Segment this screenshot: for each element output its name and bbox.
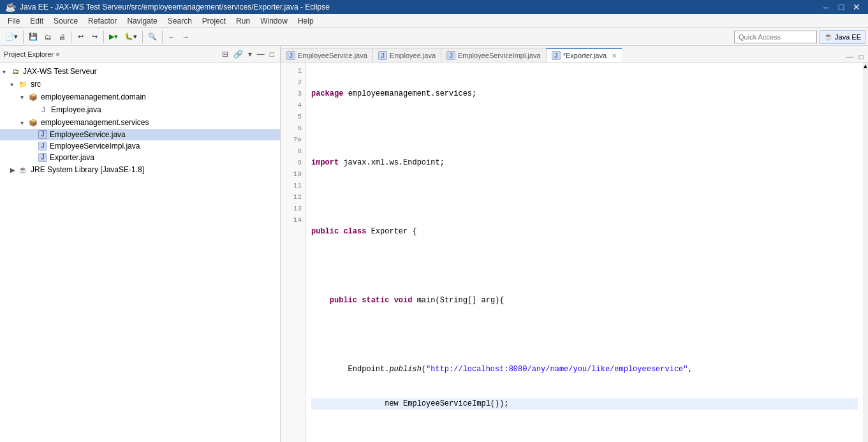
- pe-min-button[interactable]: —: [255, 49, 267, 59]
- title-bar-controls: – □ ✕: [820, 1, 863, 13]
- save-all-button[interactable]: 🗂: [41, 30, 54, 44]
- tree-item-employeeserviceimpl[interactable]: ▶ J EmployeeServiceImpl.java: [0, 140, 280, 152]
- code-line-10: new EmployeeServiceImpl());: [311, 398, 858, 409]
- code-content[interactable]: package employeemanagement.services; imp…: [306, 63, 863, 442]
- collapse-all-button[interactable]: ⊟: [220, 49, 230, 59]
- debug-button[interactable]: 🐛▾: [122, 30, 140, 44]
- code-line-6: [311, 260, 858, 272]
- employeeserviceimpl-icon: J: [38, 142, 47, 151]
- tree-item-pkg-domain[interactable]: ▾ 📦 employeemanagement.domain: [0, 91, 280, 103]
- main-area: Project Explorer × ⊟ 🔗 ▾ — □ ▾ 🗂 JAX-WS …: [0, 46, 868, 442]
- employeeservice-icon: J: [38, 130, 47, 139]
- tree-item-pkg-services[interactable]: ▾ 📦 employeemanagement.services: [0, 116, 280, 129]
- tree-item-jre[interactable]: ▶ ☕ JRE System Library [JavaSE-1.8]: [0, 163, 280, 176]
- project-icon: 🗂: [10, 66, 20, 77]
- tab-label-employee: Employee.java: [390, 52, 436, 59]
- forward-button[interactable]: →: [179, 30, 192, 44]
- menu-navigate[interactable]: Navigate: [122, 15, 162, 27]
- line-num-9: 9: [281, 157, 305, 168]
- tree-item-employeeservice-java[interactable]: ▶ J EmployeeService.java: [0, 129, 280, 140]
- minimize-button[interactable]: –: [820, 1, 832, 13]
- search-button[interactable]: 🔍: [145, 30, 159, 44]
- menu-run[interactable]: Run: [231, 15, 255, 27]
- line-num-12: 12: [281, 191, 305, 203]
- code-line-2: [311, 122, 858, 134]
- toolbar-sep-1: [23, 31, 24, 43]
- print-button[interactable]: 🖨: [55, 30, 68, 44]
- line-num-7: 7⊖: [281, 134, 305, 145]
- tree-arrow-src: ▾: [10, 81, 18, 88]
- line-num-3: 3: [281, 88, 305, 99]
- link-editor-button[interactable]: 🔗: [232, 49, 245, 59]
- save-button[interactable]: 💾: [26, 30, 40, 44]
- pkg-domain-icon: 📦: [28, 92, 38, 102]
- quick-access-box: ☕ Java EE: [734, 30, 865, 44]
- employee-java-label: Employee.java: [51, 105, 101, 114]
- project-explorer: Project Explorer × ⊟ 🔗 ▾ — □ ▾ 🗂 JAX-WS …: [0, 46, 281, 442]
- quick-access-input[interactable]: [734, 31, 817, 43]
- menu-file[interactable]: File: [3, 15, 25, 27]
- tree-item-project[interactable]: ▾ 🗂 JAX-WS Test Serveur: [0, 65, 280, 78]
- tree-arrow-services: ▾: [20, 119, 28, 126]
- tree-item-src[interactable]: ▾ 📁 src: [0, 78, 280, 91]
- tab-employeeserviceimpl[interactable]: J EmployeeServiceImpl.java: [441, 48, 546, 62]
- maximize-button[interactable]: □: [835, 1, 848, 13]
- pe-max-button[interactable]: □: [268, 49, 276, 59]
- toolbar-sep-5: [162, 31, 163, 43]
- tree-arrow-domain: ▾: [20, 94, 28, 101]
- tab-exporter[interactable]: J *Exporter.java ✕: [546, 48, 622, 62]
- redo-button[interactable]: ↪: [88, 30, 101, 44]
- run-button[interactable]: ▶▾: [107, 30, 121, 44]
- editor-scrollbar[interactable]: ▲ ▼: [863, 63, 868, 442]
- line-num-8: 8: [281, 145, 305, 157]
- employee-java-icon: J: [38, 105, 48, 115]
- line-numbers: 1 2 3 4 5 6 7⊖ 8 9 10 11 12 13 14: [281, 63, 306, 442]
- perspective-button[interactable]: ☕ Java EE: [820, 30, 865, 44]
- back-button[interactable]: ←: [165, 30, 178, 44]
- project-label: JAX-WS Test Serveur: [23, 67, 97, 76]
- tab-close-exporter[interactable]: ✕: [612, 52, 617, 59]
- code-editor[interactable]: 1 2 3 4 5 6 7⊖ 8 9 10 11 12 13 14 packag…: [281, 63, 868, 442]
- menu-edit[interactable]: Edit: [25, 15, 48, 27]
- editor-max-button[interactable]: □: [857, 52, 865, 62]
- menu-help[interactable]: Help: [293, 15, 319, 27]
- app-icon: ☕: [5, 2, 16, 12]
- line-num-1: 1: [281, 65, 305, 77]
- code-line-1: package employeemanagement.services;: [311, 88, 858, 99]
- menu-window[interactable]: Window: [255, 15, 293, 27]
- title-bar: ☕ Java EE - JAX-WS Test Serveur/src/empl…: [0, 0, 868, 14]
- src-icon: 📁: [18, 79, 28, 89]
- scroll-up-button[interactable]: ▲: [862, 63, 868, 70]
- editor-area: J EmployeeService.java J Employee.java J…: [281, 46, 868, 442]
- code-line-3: import javax.xml.ws.Endpoint;: [311, 157, 858, 168]
- src-label: src: [31, 80, 41, 89]
- tab-employeeservice[interactable]: J EmployeeService.java: [281, 48, 372, 62]
- editor-column: J EmployeeService.java J Employee.java J…: [281, 46, 868, 442]
- toolbar-sep-3: [103, 31, 104, 43]
- menu-search[interactable]: Search: [163, 15, 197, 27]
- pe-menu-button[interactable]: ▾: [246, 49, 254, 59]
- project-explorer-label: Project Explorer ×: [4, 50, 60, 58]
- tab-label-exporter: *Exporter.java: [563, 52, 607, 59]
- project-explorer-title: Project Explorer ×: [4, 50, 60, 58]
- line-num-14: 14: [281, 214, 305, 226]
- exporter-java-label: Exporter.java: [50, 153, 94, 162]
- line-num-11: 11: [281, 180, 305, 191]
- tree-item-employee-java[interactable]: ▶ J Employee.java: [0, 103, 280, 116]
- menu-project[interactable]: Project: [197, 15, 231, 27]
- pkg-services-icon: 📦: [28, 117, 38, 128]
- tab-employee[interactable]: J Employee.java: [372, 48, 441, 62]
- menu-source[interactable]: Source: [48, 15, 83, 27]
- employeeserviceimpl-label: EmployeeServiceImpl.java: [50, 142, 140, 151]
- undo-button[interactable]: ↩: [74, 30, 87, 44]
- project-explorer-header: Project Explorer × ⊟ 🔗 ▾ — □: [0, 46, 280, 63]
- close-button[interactable]: ✕: [850, 1, 863, 13]
- line-num-10: 10: [281, 168, 305, 180]
- new-button[interactable]: 📄▾: [3, 30, 20, 44]
- code-line-4: [311, 191, 858, 203]
- pkg-services-label: employeemanagement.services: [41, 118, 149, 127]
- editor-min-button[interactable]: —: [844, 52, 856, 62]
- code-line-11: [311, 432, 858, 442]
- menu-refactor[interactable]: Refactor: [83, 15, 122, 27]
- tree-item-exporter-java[interactable]: ▶ J Exporter.java: [0, 152, 280, 163]
